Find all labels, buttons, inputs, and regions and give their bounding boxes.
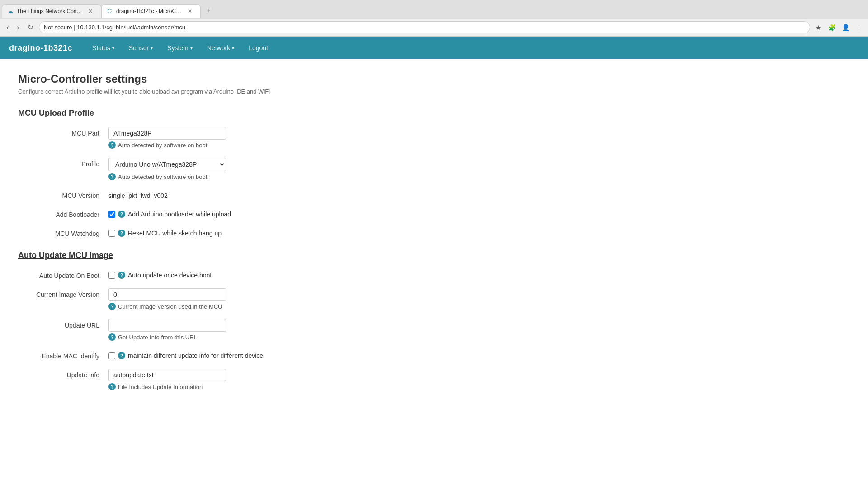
current-image-version-help-text: Current Image Version used in the MCU — [118, 303, 222, 310]
auto-update-boot-wrap: ? Auto update once device boot — [108, 269, 389, 279]
app-nav: Status ▾ Sensor ▾ System ▾ Network ▾ Log… — [86, 42, 274, 54]
auto-update-boot-help-text: Auto update once device boot — [128, 272, 212, 279]
browser-chrome: ☁ The Things Network Console ✕ 🛡 dragino… — [0, 0, 868, 37]
add-bootloader-wrap: ? Add Arduino bootloader while upload — [108, 208, 389, 218]
update-info-label-link[interactable]: Update Info — [67, 371, 99, 379]
mcu-upload-profile-title: MCU Upload Profile — [18, 108, 389, 118]
page-subtitle: Configure correct Arduino profile will l… — [18, 88, 389, 95]
update-info-label: Update Info — [18, 369, 108, 379]
add-bootloader-help-text: Add Arduino bootloader while upload — [128, 211, 231, 218]
mcu-part-label: MCU Part — [18, 127, 108, 137]
form-group-update-info: Update Info ? File Includes Update Infor… — [18, 369, 389, 390]
current-image-version-input[interactable] — [108, 288, 226, 301]
mcu-version-label: MCU Version — [18, 189, 108, 199]
nav-status[interactable]: Status ▾ — [86, 42, 121, 54]
nav-sensor[interactable]: Sensor ▾ — [123, 42, 159, 54]
nav-system-chevron: ▾ — [190, 46, 193, 51]
tab2-favicon: 🛡 — [107, 8, 113, 14]
nav-network-label: Network — [207, 44, 230, 52]
back-button[interactable]: ‹ — [4, 23, 11, 33]
nav-status-chevron: ▾ — [112, 46, 114, 51]
new-tab-button[interactable]: + — [201, 3, 216, 18]
current-image-version-help-icon[interactable]: ? — [108, 303, 116, 310]
auto-update-boot-label: Auto Update On Boot — [18, 269, 108, 279]
auto-update-boot-checkbox-wrap: ? Auto update once device boot — [108, 269, 389, 279]
nav-logout[interactable]: Logout — [242, 42, 274, 54]
update-info-help: ? File Includes Update Information — [108, 383, 389, 390]
nav-system[interactable]: System ▾ — [161, 42, 199, 54]
app-brand: dragino-1b321c — [9, 43, 72, 53]
update-url-input[interactable] — [108, 319, 226, 332]
mcu-part-help-text: Auto detected by software on boot — [118, 142, 207, 149]
enable-mac-identify-checkbox[interactable] — [108, 352, 115, 359]
form-group-add-bootloader: Add Bootloader ? Add Arduino bootloader … — [18, 208, 389, 218]
profile-button[interactable]: 👤 — [840, 22, 851, 33]
nav-sensor-label: Sensor — [129, 44, 149, 52]
current-image-version-help: ? Current Image Version used in the MCU — [108, 303, 389, 310]
tab1-favicon: ☁ — [8, 8, 14, 14]
menu-button[interactable]: ⋮ — [854, 22, 864, 33]
mcu-watchdog-label: MCU Watchdog — [18, 227, 108, 237]
enable-mac-identify-help-text: maintain different update info for diffe… — [128, 352, 263, 359]
current-image-version-label: Current Image Version — [18, 288, 108, 298]
enable-mac-identify-label: Enable MAC Identify — [18, 350, 108, 360]
nav-sensor-chevron: ▾ — [151, 46, 153, 51]
update-info-help-icon[interactable]: ? — [108, 383, 116, 390]
mcu-part-wrap: ? Auto detected by software on boot — [108, 127, 389, 149]
tab-1[interactable]: ☁ The Things Network Console ✕ — [2, 4, 101, 18]
mcu-version-value: single_pkt_fwd_v002 — [108, 189, 389, 199]
bookmark-button[interactable]: ★ — [813, 22, 824, 33]
tab-2[interactable]: 🛡 dragino-1b321c - MicroControlle… ✕ — [101, 4, 201, 18]
update-url-help: ? Get Update Info from this URL — [108, 333, 389, 341]
mcu-part-input[interactable] — [108, 127, 226, 140]
add-bootloader-checkbox-wrap: ? Add Arduino bootloader while upload — [108, 208, 389, 218]
tab1-close[interactable]: ✕ — [87, 8, 94, 14]
mcu-watchdog-checkbox-wrap: ? Reset MCU while sketch hang up — [108, 227, 389, 237]
update-info-help-text: File Includes Update Information — [118, 384, 203, 390]
mcu-part-help-icon[interactable]: ? — [108, 141, 116, 149]
extensions-button[interactable]: 🧩 — [826, 22, 837, 33]
reload-button[interactable]: ↻ — [25, 22, 36, 33]
enable-mac-identify-label-link[interactable]: Enable MAC Identify — [42, 352, 99, 360]
nav-network[interactable]: Network ▾ — [201, 42, 241, 54]
auto-update-title[interactable]: Auto Update MCU Image — [18, 251, 389, 260]
browser-actions: ★ 🧩 👤 ⋮ — [813, 22, 864, 33]
nav-system-label: System — [167, 44, 189, 52]
add-bootloader-label: Add Bootloader — [18, 208, 108, 218]
mcu-watchdog-help-icon[interactable]: ? — [118, 230, 125, 237]
app-header: dragino-1b321c Status ▾ Sensor ▾ System … — [0, 37, 868, 59]
tab1-title: The Things Network Console — [17, 8, 85, 14]
profile-help-text: Auto detected by software on boot — [118, 174, 207, 180]
enable-mac-identify-help-icon[interactable]: ? — [118, 352, 125, 359]
mcu-watchdog-checkbox[interactable] — [108, 230, 115, 237]
form-group-auto-update-boot: Auto Update On Boot ? Auto update once d… — [18, 269, 389, 279]
profile-wrap: Arduino Uno w/ATmega328P ? Auto detected… — [108, 158, 389, 180]
profile-select[interactable]: Arduino Uno w/ATmega328P — [108, 158, 226, 171]
address-input[interactable] — [39, 21, 810, 33]
nav-status-label: Status — [92, 44, 110, 52]
form-group-mcu-watchdog: MCU Watchdog ? Reset MCU while sketch ha… — [18, 227, 389, 237]
auto-update-boot-checkbox[interactable] — [108, 272, 115, 279]
tab-bar: ☁ The Things Network Console ✕ 🛡 dragino… — [0, 0, 868, 18]
forward-button[interactable]: › — [14, 23, 22, 33]
update-url-label: Update URL — [18, 319, 108, 329]
mcu-watchdog-wrap: ? Reset MCU while sketch hang up — [108, 227, 389, 237]
add-bootloader-help-icon[interactable]: ? — [118, 211, 125, 218]
form-group-update-url: Update URL ? Get Update Info from this U… — [18, 319, 389, 341]
nav-network-chevron: ▾ — [232, 46, 234, 51]
profile-help-icon[interactable]: ? — [108, 173, 116, 180]
page-title: Micro-Controller settings — [18, 73, 389, 85]
current-image-version-wrap: ? Current Image Version used in the MCU — [108, 288, 389, 310]
mcu-watchdog-help-text: Reset MCU while sketch hang up — [128, 230, 222, 237]
auto-update-boot-help-icon[interactable]: ? — [118, 272, 125, 279]
add-bootloader-checkbox[interactable] — [108, 211, 115, 218]
update-url-help-icon[interactable]: ? — [108, 333, 116, 341]
update-url-help-text: Get Update Info from this URL — [118, 334, 197, 341]
update-info-input[interactable] — [108, 369, 226, 381]
enable-mac-identify-checkbox-wrap: ? maintain different update info for dif… — [108, 350, 389, 359]
form-group-current-image-version: Current Image Version ? Current Image Ve… — [18, 288, 389, 310]
form-group-profile: Profile Arduino Uno w/ATmega328P ? Auto … — [18, 158, 389, 180]
address-bar: ‹ › ↻ ★ 🧩 👤 ⋮ — [0, 18, 868, 36]
tab2-close[interactable]: ✕ — [187, 8, 193, 14]
profile-label: Profile — [18, 158, 108, 168]
